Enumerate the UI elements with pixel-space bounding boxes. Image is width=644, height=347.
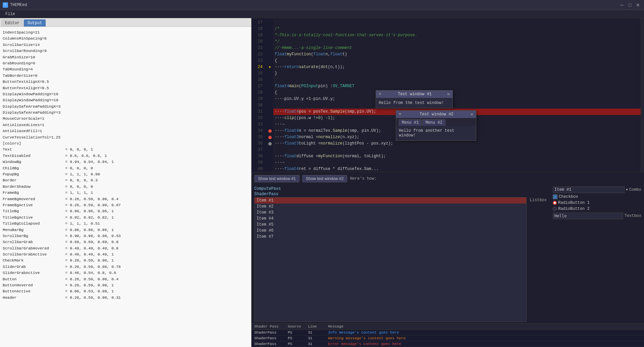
- listbox[interactable]: Item #1Item #2Item #3Item #4Item #5Item …: [254, 197, 527, 322]
- test-window-1-titlebar[interactable]: ▼ Test window #1 ✕: [376, 91, 452, 98]
- radio-button-1-label: RadioButton 1: [558, 200, 590, 205]
- right-widgets: Item #1 ▼ Combo ✓ Checkbox: [550, 185, 644, 323]
- show-test-window-2-button[interactable]: Show test window #2: [302, 175, 347, 182]
- show-test-window-1-button[interactable]: Show test window #1: [254, 175, 300, 182]
- textbox-label: Textbox: [625, 214, 641, 218]
- test-window-2-tab-1[interactable]: Menu #1: [399, 119, 422, 126]
- test-window-2-titlebar[interactable]: ▼ Test window #2 ✕: [396, 111, 476, 118]
- code-line-39: ···→: [273, 160, 641, 166]
- test-window-2-tab-2[interactable]: Menu #2: [422, 119, 445, 126]
- maximize-button[interactable]: □: [627, 2, 633, 8]
- line-marker-33: [267, 121, 273, 128]
- error-row-0[interactable]: ShaderPass PS 31 Info message's content …: [252, 330, 644, 336]
- line-marker-23: [267, 58, 273, 64]
- listbox-item-3[interactable]: Item #4: [255, 216, 526, 222]
- col-header-message: Message: [328, 325, 641, 329]
- error-table-header: Shader Pass Source Line Message: [252, 324, 644, 330]
- left-preview: ComputePass ShaderPass Item #1Item #2Ite…: [252, 185, 550, 323]
- close-button[interactable]: ✕: [635, 2, 641, 8]
- listbox-item-0[interactable]: Item #1: [255, 197, 526, 204]
- main-container: Editor Output IndentSpacing=21ColumnsMin…: [0, 18, 644, 347]
- line-marker-20: [267, 39, 273, 45]
- test-window-1-text: Hello from the test window!: [379, 101, 444, 105]
- listbox-item-6[interactable]: Item #7: [255, 234, 526, 240]
- checkbox-row[interactable]: ✓ Checkbox: [553, 194, 641, 199]
- error-row-2[interactable]: ShaderPass PS 31 Error message's content…: [252, 341, 644, 347]
- line-marker-36: [267, 140, 273, 147]
- test-window-1-title: Test window #1: [398, 92, 432, 97]
- test-window-1-close-button[interactable]: ✕: [447, 92, 450, 97]
- file-menu[interactable]: File: [3, 11, 18, 17]
- line-marker-22: [267, 51, 273, 58]
- shader-pass-label: ShaderPass: [254, 192, 547, 196]
- line-marker-25: [267, 70, 273, 77]
- code-line-25: }: [273, 70, 641, 77]
- vertical-scrollbar[interactable]: [641, 18, 644, 172]
- textbox-input[interactable]: [553, 213, 623, 219]
- radio-button-1[interactable]: [553, 201, 557, 205]
- listbox-item-1[interactable]: Item #2: [255, 204, 526, 210]
- line-number-21: 21: [252, 45, 264, 51]
- combo-box[interactable]: Item #1: [553, 186, 625, 193]
- code-line-27: float4 main(PSInput pin) : SV_TARGET: [273, 83, 641, 90]
- line-number-18: 18: [252, 26, 264, 32]
- error-row-1[interactable]: ShaderPass PS 31 Warning message's conte…: [252, 336, 644, 341]
- code-line-20: */: [273, 39, 641, 45]
- error-table: Shader Pass Source Line Message ShaderPa…: [252, 323, 644, 347]
- compute-pass-label: ComputePass: [254, 186, 547, 191]
- code-line-37: [273, 147, 641, 153]
- minimize-button[interactable]: ─: [619, 2, 625, 8]
- err-source-2: PS: [288, 342, 308, 346]
- code-line-26: [273, 77, 641, 83]
- bottom-area: Show test window #1 Show test window #2 …: [252, 172, 644, 347]
- code-line-29: ····pin.UV.y = 1-pin.UV.y;: [273, 96, 641, 102]
- buttons-row: Show test window #1 Show test window #2 …: [252, 172, 644, 185]
- code-line-23: {: [273, 58, 641, 64]
- textbox-row: Textbox: [553, 213, 641, 219]
- listbox-item-5[interactable]: Item #6: [255, 228, 526, 234]
- line-number-30: 30: [252, 102, 264, 109]
- listbox-item-2[interactable]: Item #3: [255, 210, 526, 216]
- line-number-20: 20: [252, 39, 264, 45]
- checkbox-box[interactable]: ✓: [553, 194, 557, 199]
- tw2-arrow-icon: ▼: [399, 112, 401, 117]
- code-line-17: [273, 19, 641, 26]
- radio-button-2-label: RadioButton 2: [558, 207, 590, 211]
- listbox-section: Item #1Item #2Item #3Item #4Item #5Item …: [254, 197, 547, 322]
- line-number-29: 29: [252, 96, 264, 102]
- test-window-2: ▼ Test window #2 ✕ Menu #1 Menu #2 Hello…: [396, 110, 476, 141]
- line-marker-21: [267, 45, 273, 51]
- line-number-22: 22: [252, 51, 264, 58]
- listbox-label: Listbox: [529, 197, 547, 203]
- err-line-0: 31: [308, 331, 328, 335]
- editor-content[interactable]: IndentSpacing=21ColumnsMinSpacing=6Scrol…: [0, 27, 251, 347]
- tab-output[interactable]: Output: [24, 19, 46, 26]
- test-window-2-title: Test window #2: [420, 112, 453, 117]
- err-shader-0: ShaderPass: [254, 331, 288, 335]
- line-number-28: 28: [252, 90, 264, 96]
- combo-value: Item #1: [554, 187, 571, 192]
- line-marker-29: [267, 96, 273, 102]
- line-marker-28: [267, 90, 273, 96]
- code-line-18: /*: [273, 26, 641, 32]
- tw-arrow-icon: ▼: [379, 92, 381, 97]
- combo-arrow-icon: ▼: [626, 188, 628, 192]
- checkmark-icon: ✓: [554, 195, 556, 199]
- line-number-17: 17: [252, 19, 264, 26]
- line-number-38: 38: [252, 153, 264, 160]
- err-shader-1: ShaderPass: [254, 336, 288, 340]
- app-icon: T: [3, 2, 8, 8]
- radio-button-2[interactable]: [553, 207, 557, 211]
- line-number-34: 34: [252, 128, 264, 134]
- line-marker-17: [267, 19, 273, 26]
- menu-bar: File: [0, 10, 644, 18]
- test-window-1-content: Hello from the test window!: [376, 98, 452, 108]
- listbox-item-4[interactable]: Item #5: [255, 222, 526, 228]
- tab-editor[interactable]: Editor: [1, 19, 23, 26]
- radio-button-2-row[interactable]: RadioButton 2: [553, 207, 641, 211]
- line-number-32: 32: [252, 115, 264, 121]
- line-marker-35: [267, 134, 273, 140]
- test-window-2-close-button[interactable]: ✕: [471, 112, 473, 117]
- radio-button-1-row[interactable]: RadioButton 1: [553, 200, 641, 205]
- line-number-33: 33: [252, 121, 264, 128]
